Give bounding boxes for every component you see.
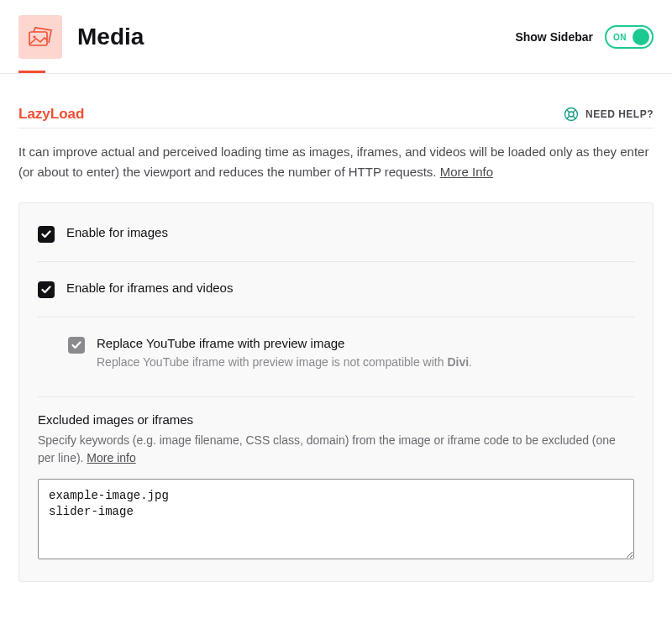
option-youtube-preview-body: Replace YouTube iframe with preview imag… xyxy=(97,336,472,371)
row-divider xyxy=(38,317,634,317)
svg-point-1 xyxy=(33,35,35,38)
svg-line-4 xyxy=(567,110,570,113)
exclude-more-info-link[interactable]: More info xyxy=(87,451,135,464)
settings-panel: Enable for images Enable for iframes and… xyxy=(18,202,654,582)
checkbox-enable-iframes[interactable] xyxy=(38,281,55,298)
page-header: Media Show Sidebar ON xyxy=(0,0,672,71)
option-enable-images: Enable for images xyxy=(38,222,634,246)
checkmark-icon xyxy=(71,341,81,349)
header-right: Show Sidebar ON xyxy=(515,25,654,49)
option-enable-iframes-label: Enable for iframes and videos xyxy=(66,281,233,295)
section-description: It can improve actual and perceived load… xyxy=(18,142,654,182)
toggle-knob xyxy=(633,29,649,45)
youtube-note-suffix: . xyxy=(469,355,472,369)
svg-line-7 xyxy=(573,116,575,118)
need-help-label: NEED HELP? xyxy=(585,108,654,120)
checkmark-icon xyxy=(41,230,51,239)
option-enable-iframes-body: Enable for iframes and videos xyxy=(66,281,233,295)
exclude-textarea[interactable] xyxy=(38,479,634,559)
exclude-section: Excluded images or iframes Specify keywo… xyxy=(38,412,634,563)
section-title: LazyLoad xyxy=(18,106,84,123)
svg-line-5 xyxy=(573,110,575,113)
media-icon-tile xyxy=(18,15,62,59)
row-divider xyxy=(38,396,634,397)
show-sidebar-label: Show Sidebar xyxy=(515,30,593,44)
page-title: Media xyxy=(77,24,144,50)
toggle-state-label: ON xyxy=(606,33,627,42)
lifebuoy-icon xyxy=(564,107,579,122)
svg-point-3 xyxy=(569,112,574,117)
youtube-note-prefix: Replace YouTube iframe with preview imag… xyxy=(97,355,447,369)
checkbox-enable-images[interactable] xyxy=(38,226,55,243)
option-enable-images-body: Enable for images xyxy=(66,225,168,239)
checkbox-youtube-preview[interactable] xyxy=(68,337,85,354)
header-left: Media xyxy=(18,15,144,59)
svg-point-2 xyxy=(564,108,577,121)
option-enable-iframes: Enable for iframes and videos xyxy=(38,277,634,302)
need-help-link[interactable]: NEED HELP? xyxy=(564,107,654,122)
youtube-note-bold: Divi xyxy=(447,355,469,369)
svg-line-6 xyxy=(567,116,570,118)
more-info-link[interactable]: More Info xyxy=(440,165,493,179)
exclude-description: Specify keywords (e.g. image filename, C… xyxy=(38,432,634,467)
option-youtube-preview-note: Replace YouTube iframe with preview imag… xyxy=(97,354,472,371)
section-divider xyxy=(18,128,654,129)
exclude-title: Excluded images or iframes xyxy=(38,412,634,427)
option-youtube-preview-label: Replace YouTube iframe with preview imag… xyxy=(97,336,472,350)
option-youtube-preview: Replace YouTube iframe with preview imag… xyxy=(38,333,634,375)
row-divider xyxy=(38,261,634,262)
content-area: LazyLoad NEED HELP? It can improve actua… xyxy=(0,74,672,601)
show-sidebar-toggle[interactable]: ON xyxy=(605,25,654,49)
checkmark-icon xyxy=(41,286,51,294)
media-images-icon xyxy=(28,26,53,48)
section-header: LazyLoad NEED HELP? xyxy=(18,106,654,123)
option-enable-images-label: Enable for images xyxy=(66,225,168,239)
description-text: It can improve actual and perceived load… xyxy=(18,144,648,179)
